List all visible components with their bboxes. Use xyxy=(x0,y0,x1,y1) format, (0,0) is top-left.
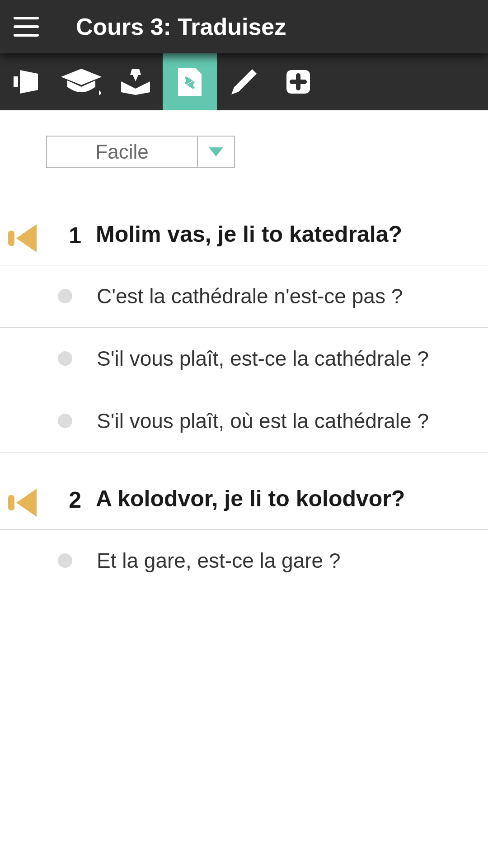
answer-option-text: S'il vous plaît, est-ce la cathédrale ? xyxy=(97,347,474,371)
question-header: 2 A kolodvor, je li to kolodvor? xyxy=(0,477,488,530)
difficulty-selected-label: Facile xyxy=(47,137,197,167)
app-header: Cours 3: Traduisez xyxy=(0,0,488,53)
graduation-cap-icon[interactable] xyxy=(54,53,108,110)
translate-page-icon[interactable] xyxy=(163,53,217,110)
speaker-icon[interactable] xyxy=(8,489,39,517)
question-number: 1 xyxy=(59,222,81,249)
answer-option-text: C'est la cathédrale n'est-ce pas ? xyxy=(97,284,474,308)
announce-icon[interactable] xyxy=(0,53,54,110)
plus-icon[interactable] xyxy=(271,53,325,110)
answer-option-text: Et la gare, est-ce la gare ? xyxy=(97,549,474,573)
question-block: 2 A kolodvor, je li to kolodvor? Et la g… xyxy=(0,477,488,592)
difficulty-select[interactable]: Facile xyxy=(46,136,235,168)
page-title: Cours 3: Traduisez xyxy=(76,13,286,40)
menu-icon[interactable] xyxy=(14,17,39,37)
question-prompt: Molim vas, je li to katedrala? xyxy=(96,222,479,248)
pencil-icon[interactable] xyxy=(217,53,271,110)
chevron-down-icon xyxy=(209,147,223,156)
radio-icon xyxy=(58,414,72,428)
question-prompt: A kolodvor, je li to kolodvor? xyxy=(96,486,479,512)
radio-icon xyxy=(58,289,72,303)
answer-option[interactable]: Et la gare, est-ce la gare ? xyxy=(0,530,488,592)
answer-option[interactable]: S'il vous plaît, où est la cathédrale ? xyxy=(0,390,488,453)
speaker-icon[interactable] xyxy=(8,224,39,252)
mode-toolbar xyxy=(0,53,488,110)
question-block: 1 Molim vas, je li to katedrala? C'est l… xyxy=(0,212,488,453)
difficulty-row: Facile xyxy=(0,136,488,168)
question-number: 2 xyxy=(59,487,81,513)
content-area: Facile 1 Molim vas, je li to katedrala? … xyxy=(0,110,488,592)
answer-option[interactable]: S'il vous plaît, est-ce la cathédrale ? xyxy=(0,328,488,390)
radio-icon xyxy=(58,553,72,568)
inbox-icon[interactable] xyxy=(108,53,163,110)
answer-option-text: S'il vous plaît, où est la cathédrale ? xyxy=(97,409,474,433)
radio-icon xyxy=(58,351,72,366)
dropdown-arrow xyxy=(197,137,234,167)
answer-option[interactable]: C'est la cathédrale n'est-ce pas ? xyxy=(0,265,488,328)
question-header: 1 Molim vas, je li to katedrala? xyxy=(0,212,488,265)
